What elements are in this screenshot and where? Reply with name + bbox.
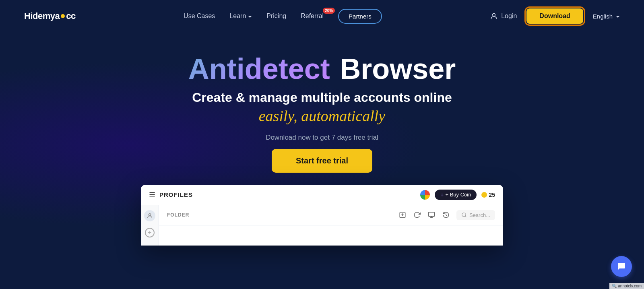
export-icon[interactable] — [398, 211, 407, 219]
hero-script: easily, automatically — [0, 107, 644, 125]
svg-point-9 — [462, 213, 466, 217]
app-window: ☰ PROFILES + + Buy Coin 25 — [141, 185, 503, 246]
user-icon — [490, 12, 498, 20]
download-button[interactable]: Download — [526, 8, 583, 24]
navbar: Hidemya cc Use Cases Learn Pricing Refer… — [0, 0, 644, 32]
svg-line-10 — [465, 216, 466, 217]
nav-links: Use Cases Learn Pricing Referral 20% Par… — [184, 9, 382, 24]
chrome-icon — [420, 190, 430, 200]
watermark: 🔍 annotely.com — [609, 283, 644, 289]
sidebar-avatar[interactable] — [144, 210, 155, 221]
search-placeholder: Search... — [469, 212, 490, 218]
toolbar-icons: Search... — [398, 210, 495, 220]
folder-label: FOLDER — [167, 212, 189, 218]
hero-subtitle: Create & manage multiple accounts online — [0, 89, 644, 106]
chat-button[interactable] — [611, 256, 632, 277]
partners-button[interactable]: Partners — [338, 9, 382, 24]
svg-point-0 — [493, 13, 495, 16]
app-body: + FOLDER — [141, 205, 503, 246]
sidebar-add-button[interactable]: + — [145, 228, 155, 237]
buy-coin-label: + Buy Coin — [445, 192, 471, 198]
coin-badge: 25 — [481, 192, 495, 198]
coin-dot-icon — [481, 192, 487, 198]
folder-bar: FOLDER — [159, 205, 503, 225]
logo-text2: cc — [66, 11, 75, 21]
search-icon — [461, 212, 467, 218]
app-title: PROFILES — [159, 191, 193, 198]
app-content: FOLDER — [159, 205, 503, 246]
coin-count: 25 — [489, 192, 495, 198]
chat-icon — [617, 262, 626, 271]
logo-text: Hidemya — [24, 11, 60, 21]
hero-title-antidetect: Antidetect — [188, 53, 330, 85]
nav-use-cases[interactable]: Use Cases — [184, 12, 215, 19]
logo[interactable]: Hidemya cc — [24, 11, 76, 21]
app-header: ☰ PROFILES + + Buy Coin 25 — [141, 185, 503, 205]
hero-section: Antidetect Browser Create & manage multi… — [0, 32, 644, 173]
nav-pricing[interactable]: Pricing — [266, 12, 286, 19]
app-preview: ☰ PROFILES + + Buy Coin 25 — [0, 185, 644, 246]
nav-right: Login Download English — [490, 8, 620, 24]
lang-chevron-icon — [616, 16, 620, 18]
language-selector[interactable]: English — [593, 13, 620, 20]
learn-chevron-icon — [248, 16, 252, 18]
start-trial-button[interactable]: Start free trial — [272, 149, 372, 173]
buy-coin-button[interactable]: + + Buy Coin — [435, 190, 477, 200]
app-sidebar: + — [141, 205, 159, 246]
logo-dot — [61, 14, 65, 18]
menu-icon: ☰ — [149, 190, 155, 199]
plus-icon: + — [440, 192, 444, 198]
login-link[interactable]: Login — [490, 12, 517, 20]
screen-icon[interactable] — [427, 211, 436, 219]
hero-title: Antidetect Browser — [0, 52, 644, 85]
svg-line-8 — [446, 215, 447, 216]
search-box[interactable]: Search... — [456, 210, 495, 220]
svg-point-1 — [149, 213, 151, 215]
nav-referral[interactable]: Referral — [301, 12, 324, 19]
referral-badge: 20% — [323, 8, 335, 14]
refresh-icon[interactable] — [413, 211, 421, 219]
svg-rect-4 — [428, 212, 434, 217]
history-icon[interactable] — [442, 211, 450, 219]
hero-cta-text: Download now to get 7 days free trial — [0, 134, 644, 142]
app-header-right: + + Buy Coin 25 — [420, 190, 495, 200]
nav-learn[interactable]: Learn — [229, 12, 252, 20]
hero-title-browser: Browser — [340, 53, 456, 85]
